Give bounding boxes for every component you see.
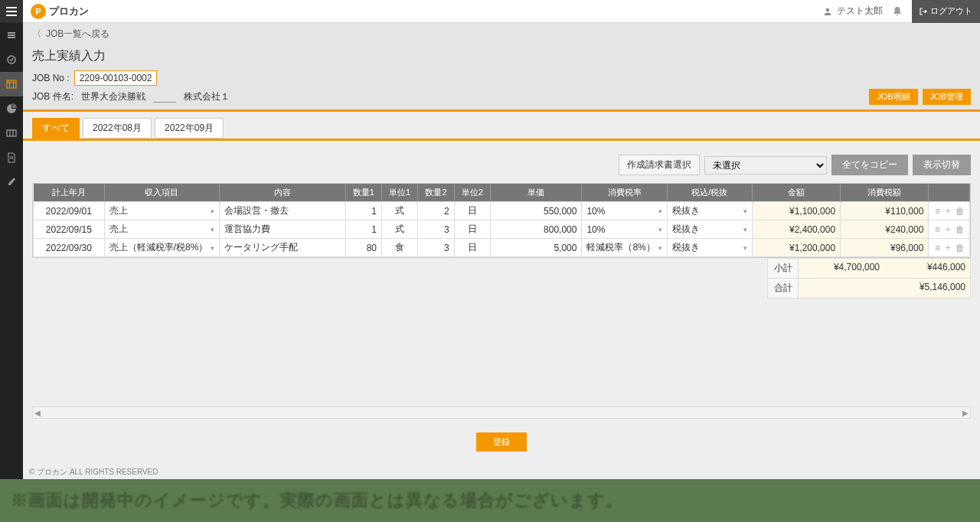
register-button[interactable]: 登録	[476, 432, 527, 452]
cell-taxrate[interactable]: 10%▾	[582, 202, 667, 220]
col-header-0: 計上年月	[34, 184, 105, 202]
cell-desc[interactable]: 会場設営・撤去	[219, 202, 345, 220]
cell-q1[interactable]: 1	[345, 220, 381, 239]
subtotal-label: 小計	[768, 259, 799, 278]
sidebar-item-5[interactable]	[0, 121, 23, 145]
cell-item[interactable]: 売上（軽減税率/税8%）▾	[104, 239, 219, 257]
cell-q2[interactable]: 3	[418, 220, 454, 239]
row-menu-icon[interactable]: ≡	[935, 224, 940, 235]
logo: P プロカン	[31, 4, 89, 19]
cell-u2[interactable]: 日	[454, 239, 490, 257]
col-header-8: 消費税率	[582, 184, 667, 202]
col-header-6: 単位2	[454, 184, 490, 202]
row-add-icon[interactable]: ＋	[943, 204, 952, 217]
cell-taxtype[interactable]: 税抜き▾	[667, 239, 752, 257]
row-delete-icon[interactable]: 🗑	[956, 224, 965, 235]
sidebar-item-1[interactable]	[0, 23, 23, 47]
breadcrumb-back[interactable]: JOB一覧へ戻る	[46, 28, 109, 41]
table-row: 2022/09/01売上▾会場設営・撤去1式2日550,00010%▾税抜き▾¥…	[34, 202, 970, 220]
row-menu-icon[interactable]: ≡	[935, 243, 940, 253]
row-add-icon[interactable]: ＋	[943, 223, 952, 236]
job-manage-button[interactable]: JOB管理	[923, 89, 971, 105]
logo-mark-icon: P	[31, 4, 46, 19]
cell-actions: ≡＋🗑	[929, 239, 970, 257]
cell-date[interactable]: 2022/09/01	[34, 202, 105, 220]
hamburger-menu[interactable]	[0, 0, 23, 23]
jobno-value: 2209-00103-0002	[74, 70, 158, 86]
cell-unitprice[interactable]: 800,000	[491, 220, 582, 239]
invoice-select[interactable]: 未選択	[704, 156, 827, 175]
chevron-down-icon: ▾	[743, 207, 747, 215]
logo-text: プロカン	[49, 5, 89, 18]
chevron-down-icon: ▾	[658, 207, 662, 215]
cell-taxrate[interactable]: 軽減税率（8%）▾	[582, 239, 667, 257]
row-add-icon[interactable]: ＋	[943, 241, 952, 254]
cell-actions: ≡＋🗑	[929, 202, 970, 220]
cell-taxamount: ¥96,000	[841, 239, 929, 257]
sidebar-item-6[interactable]	[0, 145, 23, 170]
sidebar-item-7[interactable]	[0, 170, 23, 194]
cell-amount: ¥1,200,000	[752, 239, 840, 257]
logout-button[interactable]: ログアウト	[912, 0, 980, 23]
col-header-10: 金額	[752, 184, 840, 202]
scroll-left-icon[interactable]: ◀	[34, 409, 41, 417]
cell-actions: ≡＋🗑	[929, 220, 970, 239]
cell-item[interactable]: 売上▾	[104, 202, 219, 220]
horizontal-scrollbar[interactable]: ◀ ▶	[32, 406, 971, 419]
cell-date[interactable]: 2022/09/15	[34, 220, 105, 239]
tab-0[interactable]: すべて	[32, 118, 80, 139]
row-delete-icon[interactable]: 🗑	[956, 206, 965, 217]
cell-q2[interactable]: 2	[418, 202, 454, 220]
cell-u1[interactable]: 式	[381, 202, 417, 220]
col-header-2: 内容	[219, 184, 345, 202]
tab-2[interactable]: 2022年09月	[155, 118, 224, 139]
cell-u2[interactable]: 日	[454, 220, 490, 239]
row-delete-icon[interactable]: 🗑	[956, 243, 965, 253]
user-display[interactable]: テスト太郎	[823, 5, 883, 18]
cell-item[interactable]: 売上▾	[104, 220, 219, 239]
sidebar-item-4[interactable]	[0, 96, 23, 121]
total-value: ¥5,146,000	[799, 279, 970, 298]
cell-q2[interactable]: 3	[418, 239, 454, 257]
chevron-left-icon: 〈	[32, 28, 41, 41]
logout-icon	[920, 8, 927, 15]
chevron-down-icon: ▾	[658, 244, 662, 252]
cell-taxamount: ¥110,000	[841, 202, 929, 220]
cell-unitprice[interactable]: 5,000	[491, 239, 582, 257]
user-name: テスト太郎	[837, 5, 883, 18]
sidebar-item-2[interactable]	[0, 47, 23, 72]
job-detail-button[interactable]: JOB明細	[869, 89, 917, 105]
cell-q1[interactable]: 80	[345, 239, 381, 257]
sidebar-item-3-active[interactable]	[0, 72, 23, 96]
dev-banner-text: ※画面は開発中のイメージです。実際の画面とは異なる場合がございます。	[11, 489, 623, 512]
total-label: 合計	[768, 279, 799, 298]
cell-u2[interactable]: 日	[454, 202, 490, 220]
cell-taxrate[interactable]: 10%▾	[582, 220, 667, 239]
col-header-1: 収入項目	[104, 184, 219, 202]
scroll-right-icon[interactable]: ▶	[962, 409, 969, 417]
page-title: 売上実績入力	[32, 48, 971, 64]
cell-desc[interactable]: 運営協力費	[219, 220, 345, 239]
cell-desc[interactable]: ケータリング手配	[219, 239, 345, 257]
invoice-select-label: 作成請求書選択	[619, 155, 700, 175]
chevron-down-icon: ▾	[211, 207, 214, 215]
cell-unitprice[interactable]: 550,000	[491, 202, 582, 220]
cell-q1[interactable]: 1	[345, 202, 381, 220]
tab-1[interactable]: 2022年08月	[83, 118, 152, 139]
table-row: 2022/09/30売上（軽減税率/税8%）▾ケータリング手配80食3日5,00…	[34, 239, 970, 257]
notifications-button[interactable]	[892, 6, 903, 17]
cell-u1[interactable]: 式	[381, 220, 417, 239]
table-row: 2022/09/15売上▾運営協力費1式3日800,00010%▾税抜き▾¥2,…	[34, 220, 970, 239]
cell-taxtype[interactable]: 税抜き▾	[667, 220, 752, 239]
cell-u1[interactable]: 食	[381, 239, 417, 257]
cell-date[interactable]: 2022/09/30	[34, 239, 105, 257]
col-header-7: 単価	[491, 184, 582, 202]
col-header-3: 数量1	[345, 184, 381, 202]
dev-banner: ※画面は開発中のイメージです。実際の画面とは異なる場合がございます。	[0, 479, 980, 522]
copy-all-button[interactable]: 全てをコピー	[831, 155, 908, 175]
cell-taxtype[interactable]: 税抜き▾	[667, 202, 752, 220]
cell-amount: ¥1,100,000	[752, 202, 840, 220]
svg-rect-2	[7, 130, 16, 136]
toggle-view-button[interactable]: 表示切替	[913, 155, 971, 175]
row-menu-icon[interactable]: ≡	[935, 206, 940, 217]
